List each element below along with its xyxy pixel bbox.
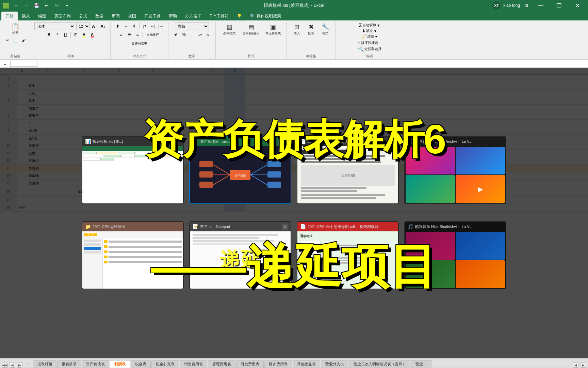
underline-btn[interactable]: U <box>62 31 69 39</box>
align-middle-btn[interactable]: ↔ <box>122 22 130 30</box>
increase-decimal-btn[interactable]: .0+ <box>196 31 204 39</box>
text-direction-btn[interactable]: ⇄ <box>141 22 148 30</box>
tab-insert[interactable]: 插入 <box>18 12 34 20</box>
tab-developer[interactable]: 开发工具 <box>140 12 165 20</box>
tab-diy-tools[interactable]: DIY工具箱 <box>206 12 233 20</box>
font-color-btn[interactable]: A <box>88 31 96 39</box>
decrease-decimal-btn[interactable]: .0- <box>205 31 212 39</box>
formula-input[interactable] <box>40 61 587 67</box>
font-name-select[interactable]: 宋体 <box>34 22 75 30</box>
merge-center-btn[interactable]: 合并后居中 <box>131 40 147 47</box>
autosum-dropdown[interactable]: ▼ <box>377 24 380 27</box>
svg-rect-10 <box>267 171 281 178</box>
wrap-text-btn[interactable]: 自动换行 <box>144 31 161 39</box>
align-top-btn[interactable]: ⬆ <box>114 22 121 30</box>
thumb-header-filemanager: 📁 2021 CPA 思维导图 <box>82 222 183 231</box>
fill-color-btn[interactable]: A <box>80 31 88 39</box>
user-avatar[interactable]: XT <box>492 1 501 10</box>
comma-btn[interactable]: , <box>188 31 196 39</box>
sheet-tab-profit[interactable]: 利润表 <box>110 360 130 368</box>
name-box[interactable] <box>10 61 37 67</box>
decrease-font-btn[interactable]: A↓ <box>99 22 107 30</box>
font-size-select[interactable]: 12 <box>76 22 90 30</box>
sheet-tab-revenue-detail[interactable]: 营业总收入明细情况表（当月） <box>349 360 410 368</box>
sheet-nav-left[interactable]: ◀ <box>573 362 578 368</box>
redo-button[interactable]: ↪ <box>53 2 61 9</box>
italic-btn[interactable]: I <box>53 31 61 39</box>
alignment-label: 对齐方式 <box>133 52 146 59</box>
clear-dropdown[interactable]: ▼ <box>375 35 378 39</box>
thumb-header-pdf2: 📄 2021 CPA 会计 思维导图.pdf -- 稻壳阅读器 <box>297 222 398 231</box>
sheet-tab-scroll-left[interactable]: ◀◀ <box>2 362 7 368</box>
music2-card-2 <box>456 232 505 260</box>
percent-btn[interactable]: % <box>180 31 187 39</box>
save-button[interactable]: 💾 <box>33 2 40 9</box>
add-sheet-btn[interactable]: ＋ <box>24 361 32 368</box>
tab-fangfangezi[interactable]: 方方格子 <box>181 12 206 20</box>
cut-button[interactable]: ✂ <box>3 36 11 44</box>
align-left-btn[interactable]: ≡ <box>117 31 125 39</box>
bold-btn[interactable]: B <box>45 31 53 39</box>
sheet-tab-sales[interactable]: 销售费用表 <box>180 360 207 368</box>
sheet-tab-scroll-prev[interactable]: ◀ <box>10 362 15 368</box>
increase-font-btn[interactable]: A↑ <box>91 22 98 30</box>
format-painter-button[interactable]: 🖌 <box>20 36 27 44</box>
fill-dropdown[interactable]: ▼ <box>374 29 377 33</box>
indent-decrease-btn[interactable]: ←| <box>149 22 157 30</box>
sheet-tab-tax[interactable]: 税金表 <box>131 360 151 368</box>
insert-btn[interactable]: ⊞ 插入 <box>290 22 303 36</box>
conditional-format-btn[interactable]: ▦ 条件格式 <box>219 22 240 36</box>
currency-btn[interactable]: ¥ <box>172 31 179 39</box>
tab-home[interactable]: 开始 <box>1 12 18 20</box>
borders-btn[interactable]: ⊞ <box>72 31 80 39</box>
sheet-tab-catalog[interactable]: 报表目录 <box>57 360 81 368</box>
sheet-tab-other-income[interactable]: 其他收益表 <box>293 360 320 368</box>
tab-search[interactable]: 🔍 操作说明搜索 <box>246 12 285 20</box>
table-style-btn[interactable]: ▤ 套用表格格式 <box>241 23 261 36</box>
align-right-btn[interactable]: ≡ <box>134 31 141 39</box>
cell-styles-btn[interactable]: ▣ 单元格样式 <box>263 22 283 36</box>
sheet-tab-other-expense[interactable]: 营业外支出 <box>321 360 348 368</box>
minimize-button[interactable]: — <box>533 0 549 11</box>
sheet-tab-admin[interactable]: 管理费用表 <box>208 360 235 368</box>
tab-data[interactable]: 数据 <box>91 12 108 20</box>
window-title: 报表模板.xls [兼容模式] - Excel <box>264 2 324 9</box>
ribbon-display-options[interactable]: ⊡ <box>523 2 530 9</box>
tab-help[interactable]: 帮助 <box>165 12 181 20</box>
sheet-tab-cover[interactable]: 报表封面 <box>33 360 56 368</box>
tab-draw[interactable]: 绘图 <box>34 12 50 20</box>
quick-access-more[interactable]: ▼ <box>63 2 71 9</box>
delete-btn[interactable]: ✖ 删除 <box>305 22 317 36</box>
ribbon-group-clipboard: 📋 粘贴 ✂ 📄 🖌 剪贴板 <box>0 22 31 59</box>
ribbon-group-cells: ⊞ 插入 ✖ 删除 🔧 格式 单元格 <box>287 22 336 59</box>
sheet-tab-balance[interactable]: 资产负债表 <box>82 360 109 368</box>
main-area: A B C D E F G H 1 <box>0 68 588 358</box>
number-format-select[interactable]: 数值 常规 文本 货币 百分比 <box>175 22 209 30</box>
sheet-tab-scroll-next[interactable]: ▶ <box>17 362 22 368</box>
close-button[interactable]: ✕ <box>570 0 585 11</box>
sheet-tab-rd[interactable]: 研发费用表 <box>236 360 264 368</box>
tab-view[interactable]: 视图 <box>124 12 140 20</box>
sheet-tab-revenue-more[interactable]: 营业 ... <box>411 360 431 368</box>
ribbon-group-alignment: ⬆ ↔ ⬇ ⇄ ←| |→ ≡ ☰ ≡ 自动换行 合并后居中 对齐方式 <box>111 22 168 59</box>
collapse-ribbon-btn[interactable]: ⌄ <box>1 60 9 67</box>
sheet-nav-right[interactable]: ▶ <box>581 362 586 368</box>
undo-button[interactable]: ↩ <box>43 2 50 9</box>
sheet-tab-tax-supp[interactable]: 税金补充表 <box>151 360 179 368</box>
tab-lightbulb[interactable]: 💡 <box>233 12 246 20</box>
paste-button[interactable]: 📋 粘贴 <box>10 22 21 36</box>
tab-formula[interactable]: 公式 <box>75 12 91 20</box>
copy-button[interactable]: 📄 <box>12 36 19 44</box>
align-center-btn[interactable]: ☰ <box>126 31 133 39</box>
fill-icon: ⬇ <box>362 29 365 33</box>
close-notepad-btn[interactable]: ✕ <box>282 224 288 230</box>
align-bottom-btn[interactable]: ⬇ <box>130 22 138 30</box>
sheet-tab-finance[interactable]: 财务费用表 <box>264 360 292 368</box>
forward-button[interactable]: → <box>22 2 30 9</box>
format-btn[interactable]: 🔧 格式 <box>319 22 332 36</box>
tab-page-layout[interactable]: 页面布局 <box>50 12 75 20</box>
indent-increase-btn[interactable]: |→ <box>157 22 165 30</box>
restore-button[interactable]: ❐ <box>551 0 567 11</box>
tab-review[interactable]: 审阅 <box>108 12 124 20</box>
back-button[interactable]: ← <box>12 2 20 9</box>
